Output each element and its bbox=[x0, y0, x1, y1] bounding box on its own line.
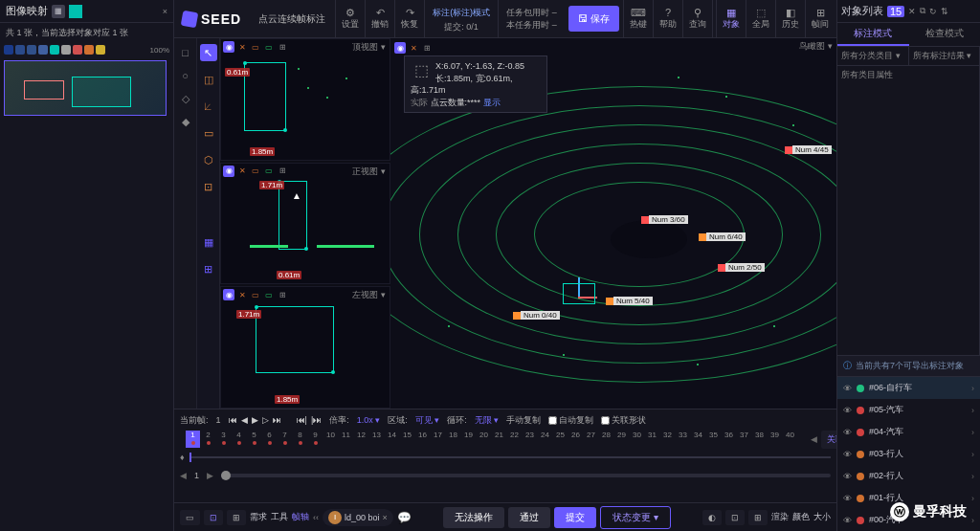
thumb-dot[interactable] bbox=[38, 45, 48, 55]
help-button[interactable]: ?帮助 bbox=[653, 0, 682, 37]
loop-select[interactable]: 无限 ▾ bbox=[475, 414, 500, 427]
frame-cell[interactable]: 1 bbox=[186, 431, 200, 448]
view-icon[interactable]: ◉ bbox=[394, 42, 406, 54]
zoom-slider[interactable] bbox=[221, 471, 231, 480]
object-tag[interactable]: Num 3/60 bbox=[641, 215, 688, 224]
chevron-right-icon[interactable]: › bbox=[971, 384, 974, 393]
chevron-right-icon[interactable]: › bbox=[971, 494, 974, 503]
view-icon[interactable]: ✕ bbox=[236, 166, 248, 177]
frame-strip[interactable]: 1234567891011121314151617181920212223242… bbox=[180, 429, 803, 450]
selected-3d-box[interactable] bbox=[563, 283, 595, 304]
refresh-icon[interactable]: ↻ bbox=[929, 7, 937, 16]
link-shape-checkbox[interactable]: 关联形状 bbox=[601, 414, 646, 427]
frame-cell[interactable]: 14 bbox=[385, 431, 399, 448]
auto-copy-checkbox[interactable]: 自动复制 bbox=[548, 414, 593, 427]
thumb-dot[interactable] bbox=[73, 45, 82, 55]
object-tag[interactable]: Num 4/45 bbox=[785, 145, 832, 154]
frame-cell[interactable]: 15 bbox=[400, 431, 414, 448]
top-view[interactable]: ◉ ✕ ▭ ▭ ⊞ 顶视图 ▾ 0.61m 1.85m bbox=[220, 38, 390, 161]
settings-button[interactable]: ⚙设置 bbox=[335, 0, 365, 37]
frame-cell[interactable]: 3 bbox=[216, 431, 231, 448]
frame-cell[interactable]: 39 bbox=[768, 431, 782, 448]
frame-cell[interactable]: 2 bbox=[201, 431, 215, 448]
size-icon[interactable]: ⊞ bbox=[748, 510, 768, 525]
bb-label[interactable]: 帧轴 bbox=[292, 511, 309, 523]
query-button[interactable]: ⚲查询 bbox=[682, 0, 712, 37]
view-icon[interactable]: ✕ bbox=[408, 42, 419, 54]
line-tool[interactable]: ⟀ bbox=[200, 98, 217, 115]
user-tag[interactable]: I ld_00 boi × bbox=[323, 509, 393, 526]
bb-icon[interactable]: ⊡ bbox=[204, 510, 223, 525]
frame-cell[interactable]: 31 bbox=[645, 431, 659, 448]
undo-button[interactable]: ↶撤销 bbox=[365, 0, 394, 37]
color-icon[interactable]: ⊡ bbox=[725, 510, 745, 525]
frame-cell[interactable]: 19 bbox=[461, 431, 476, 448]
frame-cell[interactable]: 26 bbox=[568, 431, 583, 448]
skip-start-button[interactable]: ⏮| bbox=[297, 415, 307, 425]
shape-tool[interactable]: ◇ bbox=[177, 90, 194, 107]
frame-cell[interactable]: 29 bbox=[614, 431, 629, 448]
view-icon[interactable]: ▭ bbox=[250, 41, 261, 53]
view-icon[interactable]: ◉ bbox=[223, 41, 234, 53]
shape-tool[interactable]: □ bbox=[177, 44, 194, 61]
frame-cell[interactable]: 30 bbox=[630, 431, 644, 448]
show-link[interactable]: 显示 bbox=[483, 98, 501, 107]
rewind-button[interactable]: ⏮ bbox=[229, 415, 237, 425]
thumb-dot[interactable] bbox=[27, 45, 36, 55]
frame-cell[interactable]: 34 bbox=[691, 431, 705, 448]
select-tool[interactable]: ↖ bbox=[200, 44, 217, 61]
object-list-item[interactable]: 👁#02-行人› bbox=[837, 465, 980, 487]
page-next[interactable]: ▶ bbox=[207, 471, 213, 480]
attr-filter[interactable]: 所有类目属性 bbox=[837, 66, 980, 356]
pass-button[interactable]: 通过 bbox=[508, 507, 550, 528]
submit-button[interactable]: 提交 bbox=[554, 507, 596, 528]
frame-cell[interactable]: 10 bbox=[323, 431, 338, 448]
keyframe-track[interactable]: ♦ bbox=[180, 450, 831, 465]
frame-cell[interactable]: 21 bbox=[492, 431, 506, 448]
frame-cell[interactable]: 8 bbox=[293, 431, 307, 448]
thumb-dot[interactable] bbox=[61, 45, 71, 55]
skip-end-button[interactable]: |⏭ bbox=[311, 415, 322, 425]
object-list-item[interactable]: 👁#00-汽车› bbox=[837, 509, 980, 531]
hotkey-button[interactable]: ⌨热键 bbox=[623, 0, 653, 37]
frame-cell[interactable]: 7 bbox=[278, 431, 292, 448]
eye-icon[interactable]: 👁 bbox=[843, 450, 852, 459]
thumb-dot[interactable] bbox=[4, 45, 13, 55]
bb-icon[interactable]: ⊞ bbox=[227, 510, 246, 525]
view-icon[interactable]: ▭ bbox=[263, 41, 275, 53]
result-filter[interactable]: 所有标注结果 ▾ bbox=[909, 47, 981, 65]
object-tag[interactable]: Num 6/40 bbox=[699, 232, 746, 241]
save-button[interactable]: 🖫保存 bbox=[568, 6, 619, 32]
global-tab-button[interactable]: ⬚全局 bbox=[746, 0, 775, 37]
thumb-dot[interactable] bbox=[96, 45, 105, 55]
eye-icon[interactable]: 👁 bbox=[843, 384, 852, 393]
view-icon[interactable]: ◉ bbox=[223, 289, 234, 300]
view-icon[interactable]: ▭ bbox=[250, 166, 261, 177]
frame-cell[interactable]: 17 bbox=[431, 431, 445, 448]
frame-cell[interactable]: 37 bbox=[737, 431, 751, 448]
sort-icon[interactable]: ⇅ bbox=[941, 7, 948, 16]
frame-cell[interactable]: 12 bbox=[354, 431, 368, 448]
frame-cell[interactable]: 24 bbox=[538, 431, 552, 448]
frame-cell[interactable]: 38 bbox=[752, 431, 767, 448]
view-icon[interactable]: ⊞ bbox=[277, 289, 288, 300]
page-prev[interactable]: ◀ bbox=[180, 471, 187, 480]
interframe-tab-button[interactable]: ⊞帧间 bbox=[805, 0, 835, 37]
state-button[interactable]: 状态变更 ▾ bbox=[600, 506, 671, 529]
chevron-right-icon[interactable]: › bbox=[971, 406, 974, 415]
view-icon[interactable]: ⊞ bbox=[277, 166, 288, 177]
redo-button[interactable]: ↷恢复 bbox=[394, 0, 424, 37]
close-icon[interactable]: × bbox=[383, 513, 388, 522]
front-view[interactable]: ◉ ✕ ▭ ▭ ⊞ 正视图 ▾ 1.71m 0.61m ▲ bbox=[220, 163, 390, 285]
chevron-right-icon[interactable]: › bbox=[971, 428, 974, 437]
frame-cell[interactable]: 40 bbox=[783, 431, 797, 448]
view-icon[interactable]: ▭ bbox=[263, 289, 275, 300]
object-tag[interactable]: Num 0/40 bbox=[513, 311, 560, 320]
view-title[interactable]: 鸟瞰图 ▾ bbox=[799, 40, 833, 53]
eye-icon[interactable]: 👁 bbox=[843, 516, 852, 525]
bb-icon[interactable]: ▭ bbox=[180, 510, 200, 525]
object-tab-button[interactable]: ▦对象 bbox=[716, 0, 746, 37]
frame-cell[interactable]: 23 bbox=[523, 431, 537, 448]
view-title[interactable]: 左视图 ▾ bbox=[352, 289, 386, 301]
frame-cell[interactable]: 27 bbox=[584, 431, 598, 448]
